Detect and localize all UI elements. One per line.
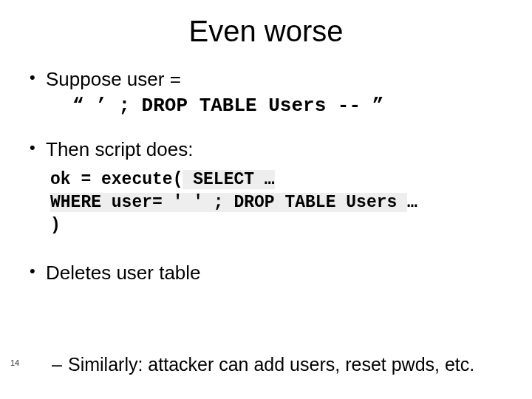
footer-dash-item: – Similarly: attacker can add users, res… (27, 354, 532, 375)
bullet-deletes-table: Deletes user table (27, 261, 505, 285)
footer-area: 14 – Similarly: attacker can add users, … (0, 354, 532, 375)
slide: Even worse Suppose user = “ ’ ; DROP TAB… (0, 0, 532, 399)
slide-title: Even worse (27, 15, 505, 48)
bullet-suppose-user: Suppose user = (27, 67, 505, 92)
user-value-code: “ ’ ; DROP TABLE Users -- ” (72, 95, 383, 117)
code-line-2: WHERE user= ' ' ; DROP TABLE Users … (50, 191, 505, 214)
footer-text: Similarly: attacker can add users, reset… (68, 354, 474, 375)
bullet-list-3: Deletes user table (27, 261, 505, 285)
code-l2-highlight: ' ' ; DROP TABLE Users (173, 193, 407, 212)
code-line-1: ok = execute( SELECT … (50, 168, 505, 191)
bullet-list: Suppose user = (27, 67, 505, 92)
user-value-line: “ ’ ; DROP TABLE Users -- ” (27, 93, 505, 117)
code-l1-highlight: SELECT … (183, 170, 274, 189)
code-line-3: ) (50, 214, 505, 237)
code-l2-c: … (407, 193, 417, 212)
code-l2-a: WHERE user= (50, 193, 173, 212)
page-number: 14 (10, 358, 19, 367)
bullet-then-script: Then script does: (27, 137, 505, 162)
code-l1-a: ok = execute( (50, 170, 183, 189)
code-block: ok = execute( SELECT … WHERE user= ' ' ;… (50, 168, 505, 237)
bullet-list-2: Then script does: (27, 137, 505, 162)
dash-icon: – (52, 354, 62, 375)
